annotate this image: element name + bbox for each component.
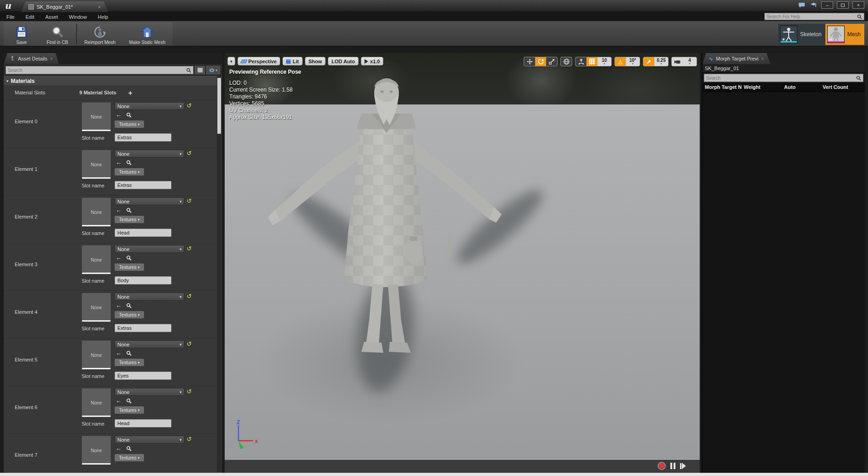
coordinate-space-button[interactable] <box>561 57 572 66</box>
material-select-dropdown[interactable]: None▾ <box>115 388 184 396</box>
morph-search-input[interactable] <box>706 76 856 81</box>
make-static-mesh-button[interactable]: Make Static Mesh <box>122 22 172 46</box>
camera-speed-button[interactable] <box>672 57 683 66</box>
column-morph-target-name[interactable]: Morph Target N <box>705 84 741 90</box>
show-dropdown[interactable]: Show <box>305 57 326 66</box>
step-forward-button[interactable] <box>680 463 686 469</box>
find-in-content-browser-button[interactable]: Find in CB <box>39 22 75 46</box>
reset-to-default-icon[interactable]: ↺ <box>187 436 192 443</box>
viewport-options-dropdown[interactable]: ▾ <box>227 57 235 66</box>
browse-to-asset-icon[interactable] <box>126 160 132 165</box>
material-select-dropdown[interactable]: None▾ <box>115 150 184 158</box>
materials-category-header[interactable]: ▾ Materials <box>4 76 222 86</box>
menu-asset[interactable]: Asset <box>45 14 58 20</box>
translate-tool-button[interactable] <box>524 57 535 66</box>
asset-details-tab[interactable]: Asset Details × <box>4 53 59 64</box>
browse-to-asset-icon[interactable] <box>126 255 132 261</box>
scale-snap-value-dropdown[interactable]: 0.25▾ <box>654 57 668 66</box>
column-vert-count[interactable]: Vert Count <box>823 84 848 90</box>
menu-window[interactable]: Window <box>69 14 87 20</box>
material-thumbnail[interactable]: None <box>82 293 111 322</box>
camera-speed-value-dropdown[interactable]: 4▾ <box>683 57 697 66</box>
surface-snapping-button[interactable] <box>575 57 586 66</box>
reset-to-default-icon[interactable]: ↺ <box>187 102 192 109</box>
slot-name-input[interactable] <box>115 372 171 380</box>
menu-file[interactable]: File <box>6 14 15 20</box>
scale-snap-toggle[interactable]: ↗ <box>643 57 654 66</box>
menu-edit[interactable]: Edit <box>26 14 34 20</box>
material-select-dropdown[interactable]: None▾ <box>115 197 184 205</box>
textures-dropdown[interactable]: Textures▾ <box>115 168 144 175</box>
display-filter-button[interactable] <box>195 66 205 74</box>
rotation-snap-value-dropdown[interactable]: 10°▾ <box>626 57 640 66</box>
use-selected-asset-icon[interactable]: ← <box>116 302 122 309</box>
tab-close-icon[interactable]: × <box>98 4 101 10</box>
textures-dropdown[interactable]: Textures▾ <box>115 120 144 128</box>
reset-to-default-icon[interactable]: ↺ <box>187 150 192 157</box>
material-thumbnail[interactable]: None <box>82 245 111 274</box>
use-selected-asset-icon[interactable]: ← <box>116 111 122 118</box>
rotate-tool-button[interactable] <box>535 57 546 66</box>
menu-help[interactable]: Help <box>98 14 108 20</box>
reimport-mesh-button[interactable]: Reimport Mesh <box>78 22 122 46</box>
grid-snap-toggle[interactable] <box>586 57 597 66</box>
use-selected-asset-icon[interactable]: ← <box>116 207 122 213</box>
textures-dropdown[interactable]: Textures▾ <box>115 406 144 414</box>
browse-to-asset-icon[interactable] <box>126 398 132 404</box>
material-thumbnail[interactable]: None <box>82 388 111 417</box>
slot-name-input[interactable] <box>115 419 171 427</box>
lit-mode-dropdown[interactable]: Lit <box>282 57 302 66</box>
textures-dropdown[interactable]: Textures▾ <box>115 216 144 223</box>
reset-to-default-icon[interactable]: ↺ <box>187 340 192 347</box>
material-select-dropdown[interactable]: None▾ <box>115 293 184 301</box>
scrollbar-track[interactable] <box>217 76 221 472</box>
maximize-button[interactable] <box>837 1 849 9</box>
scale-tool-button[interactable] <box>546 57 557 66</box>
reset-to-default-icon[interactable]: ↺ <box>187 197 192 204</box>
column-weight[interactable]: Weight <box>744 84 760 90</box>
slot-name-input[interactable] <box>115 229 171 237</box>
use-selected-asset-icon[interactable]: ← <box>116 445 122 452</box>
save-button[interactable]: Save <box>4 22 39 46</box>
close-button[interactable]: × <box>852 1 864 9</box>
browse-to-asset-icon[interactable] <box>126 350 132 356</box>
tab-close-icon[interactable]: × <box>50 56 53 61</box>
feedback-icon[interactable] <box>797 2 806 8</box>
rotation-snap-toggle[interactable]: △ <box>615 57 626 66</box>
morph-target-list[interactable] <box>702 93 865 473</box>
textures-dropdown[interactable]: Textures▾ <box>115 454 144 461</box>
scrollbar-thumb[interactable] <box>217 78 221 134</box>
textures-dropdown[interactable]: Textures▾ <box>115 263 144 271</box>
material-select-dropdown[interactable]: None▾ <box>115 245 184 253</box>
material-thumbnail[interactable]: None <box>82 340 111 370</box>
use-selected-asset-icon[interactable]: ← <box>116 350 122 356</box>
material-thumbnail[interactable]: None <box>82 197 111 227</box>
minimize-button[interactable]: – <box>821 1 833 9</box>
view-options-button[interactable]: ▾ <box>206 66 220 74</box>
add-material-slot-button[interactable]: + <box>128 89 133 97</box>
mesh-mode-button[interactable]: ✶ Mesh <box>825 24 864 45</box>
browse-to-asset-icon[interactable] <box>126 446 132 451</box>
perspective-dropdown[interactable]: Perspective <box>238 57 281 66</box>
pause-button[interactable] <box>670 463 675 469</box>
material-select-dropdown[interactable]: None▾ <box>115 102 184 110</box>
lod-dropdown[interactable]: LOD Auto <box>328 57 359 66</box>
material-select-dropdown[interactable]: None▾ <box>115 340 184 348</box>
slot-name-input[interactable] <box>115 324 171 332</box>
preview-viewport[interactable]: ▾ Perspective Lit Show LOD Auto x1.0 <box>225 53 700 473</box>
morph-target-tab[interactable]: ∿ Morph Target Previ × <box>702 53 770 64</box>
browse-to-asset-icon[interactable] <box>126 208 132 213</box>
use-selected-asset-icon[interactable]: ← <box>116 254 122 261</box>
slot-name-input[interactable] <box>115 181 171 189</box>
material-thumbnail[interactable]: None <box>82 436 111 465</box>
playback-speed-dropdown[interactable]: x1.0 <box>361 57 383 66</box>
reset-to-default-icon[interactable]: ↺ <box>187 293 192 300</box>
skeleton-mode-button[interactable]: ✶ Skeleton <box>778 24 825 45</box>
slot-name-input[interactable] <box>115 133 171 142</box>
help-search-input[interactable] <box>767 14 857 19</box>
textures-dropdown[interactable]: Textures▾ <box>115 311 144 318</box>
tutorial-cap-icon[interactable] <box>809 2 818 8</box>
asset-document-tab[interactable]: SK_Beggar_01* × <box>21 1 108 12</box>
reset-to-default-icon[interactable]: ↺ <box>187 245 192 252</box>
use-selected-asset-icon[interactable]: ← <box>116 159 122 166</box>
